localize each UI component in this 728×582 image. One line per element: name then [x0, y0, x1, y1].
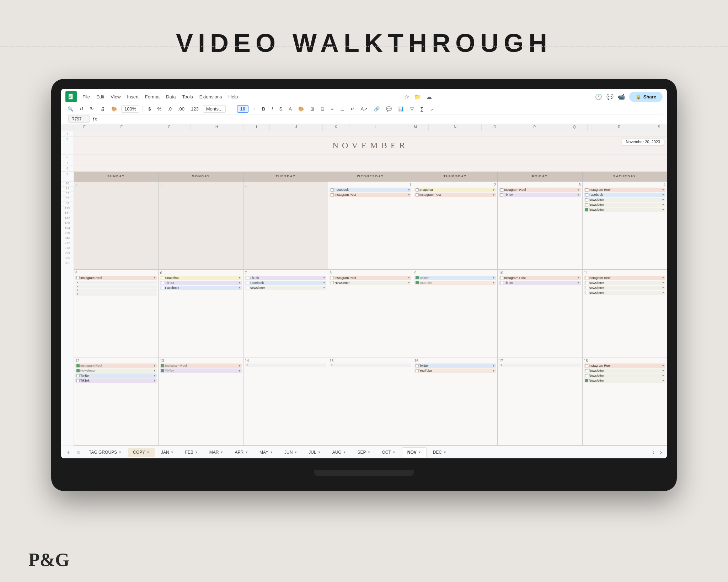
- dd-14[interactable]: ▼: [246, 364, 248, 366]
- plus-btn-sun[interactable]: +: [75, 183, 77, 187]
- dd-9a[interactable]: ▼: [492, 276, 495, 279]
- menu-format[interactable]: Format: [142, 93, 162, 101]
- dd-17[interactable]: ▼: [500, 364, 503, 366]
- merge-icon[interactable]: ⊟: [318, 105, 327, 113]
- menu-insert[interactable]: Insert: [124, 93, 141, 101]
- dd-4b[interactable]: ▼: [662, 194, 664, 196]
- menu-view[interactable]: View: [108, 93, 123, 101]
- tab-apr[interactable]: APR▼: [230, 448, 253, 457]
- number-format[interactable]: 123: [189, 105, 201, 113]
- undo-icon[interactable]: ↺: [77, 105, 86, 113]
- menu-extensions[interactable]: Extensions: [197, 93, 225, 101]
- cb-tiktok-10[interactable]: [500, 281, 503, 284]
- cb-igpost-10[interactable]: [500, 276, 503, 279]
- dd-1b[interactable]: ▼: [408, 194, 410, 196]
- cb-snapchat-6[interactable]: [161, 276, 164, 279]
- dd-4d[interactable]: ▼: [662, 204, 664, 206]
- cb-tiktok-12[interactable]: [76, 379, 80, 382]
- cb-tiktok-7[interactable]: [246, 276, 249, 279]
- dd-8a[interactable]: ▼: [408, 276, 410, 279]
- font-select[interactable]: Monts...: [203, 105, 226, 113]
- cb-news-11c[interactable]: [585, 291, 588, 294]
- dd-2a[interactable]: ▼: [492, 189, 495, 191]
- dd-8b[interactable]: ▼: [408, 281, 410, 284]
- cb-facebook-4[interactable]: [585, 193, 588, 196]
- cb-youtube-16[interactable]: [416, 369, 419, 372]
- cb-news-8[interactable]: [331, 281, 334, 284]
- cb-igpost-1[interactable]: [331, 193, 334, 196]
- sheet-list-icon[interactable]: ≡: [74, 448, 82, 457]
- cb-igreel-18[interactable]: [585, 364, 588, 367]
- dd-11c[interactable]: ▼: [662, 286, 664, 289]
- dd-10a[interactable]: ▼: [577, 276, 580, 279]
- cb-tiktok-3[interactable]: [500, 193, 503, 196]
- percent-icon[interactable]: %: [155, 105, 164, 113]
- dd-7a[interactable]: ▼: [323, 276, 325, 279]
- tab-oct[interactable]: OCT▼: [377, 448, 401, 457]
- font-size-input[interactable]: 10: [237, 105, 248, 113]
- dd-12d[interactable]: ▼: [153, 379, 156, 382]
- dd-4a[interactable]: ▼: [662, 189, 664, 191]
- link-icon[interactable]: 🔗: [372, 105, 382, 113]
- cb-igreel-4[interactable]: [585, 188, 588, 192]
- dd-15[interactable]: ▼: [331, 364, 333, 366]
- cb-igpost-2[interactable]: [416, 193, 419, 196]
- history-icon[interactable]: 🕐: [595, 93, 602, 100]
- dd-11d[interactable]: ▼: [662, 291, 664, 294]
- strikethrough-icon[interactable]: S: [277, 105, 285, 113]
- tab-may[interactable]: MAY▼: [255, 448, 278, 457]
- cb-twitter-9[interactable]: [416, 276, 419, 279]
- cb-snapchat-2[interactable]: [416, 188, 419, 192]
- fill-color-icon[interactable]: 🎨: [296, 105, 306, 113]
- cb-igreel-13[interactable]: [161, 364, 164, 367]
- dd-5a[interactable]: ▼: [153, 276, 156, 279]
- video-call-icon[interactable]: 📹: [618, 93, 625, 100]
- tab-copy[interactable]: COPY ▼: [128, 448, 155, 457]
- borders-icon[interactable]: ⊞: [308, 105, 316, 113]
- dd-12a[interactable]: ▼: [153, 365, 156, 367]
- dd-3a[interactable]: ▼: [577, 189, 580, 191]
- increase-decimal[interactable]: .00: [176, 105, 187, 113]
- dd-2b[interactable]: ▼: [492, 194, 495, 196]
- dd-12b[interactable]: ▼: [153, 370, 156, 372]
- italic-icon[interactable]: I: [269, 105, 275, 113]
- dd-9b[interactable]: ▼: [492, 281, 495, 284]
- cb-news-7[interactable]: [246, 286, 249, 289]
- paint-icon[interactable]: 🎨: [109, 105, 119, 113]
- cb-news-4a[interactable]: [585, 198, 588, 201]
- tab-jan[interactable]: JAN▼: [156, 448, 179, 457]
- search-icon[interactable]: 🔍: [65, 105, 75, 113]
- comments-icon[interactable]: 💬: [606, 93, 614, 100]
- functions-icon[interactable]: ∑: [418, 105, 425, 113]
- cb-twitter-12[interactable]: [76, 374, 80, 377]
- dd-10b[interactable]: ▼: [577, 281, 580, 284]
- cb-facebook-1[interactable]: [331, 188, 334, 192]
- expand-icon[interactable]: ⌄: [428, 105, 436, 113]
- redo-icon[interactable]: ↻: [88, 105, 96, 113]
- tab-jul[interactable]: JUL▼: [304, 448, 326, 457]
- dd-7c[interactable]: ▼: [323, 286, 325, 289]
- folder-icon[interactable]: 📁: [414, 93, 421, 100]
- font-increase[interactable]: +: [251, 105, 258, 113]
- comment-icon[interactable]: 💬: [384, 105, 394, 113]
- cb-igpost-8[interactable]: [331, 276, 334, 279]
- tab-jun[interactable]: JUN▼: [279, 448, 302, 457]
- cb-news-18c[interactable]: [585, 379, 588, 382]
- cb-tiktok-13[interactable]: [161, 369, 164, 372]
- cloud-icon[interactable]: ☁: [426, 93, 432, 100]
- cb-news-4b[interactable]: [585, 203, 588, 206]
- star-icon[interactable]: ☆: [404, 93, 409, 100]
- dd-18a[interactable]: ▼: [662, 365, 664, 367]
- dd-11b[interactable]: ▼: [662, 281, 664, 284]
- cb-youtube-9[interactable]: [416, 281, 419, 284]
- dd-13a[interactable]: ▼: [238, 365, 241, 367]
- menu-data[interactable]: Data: [163, 93, 178, 101]
- decrease-decimal[interactable]: .0: [166, 105, 174, 113]
- menu-file[interactable]: File: [80, 93, 93, 101]
- tab-prev-button[interactable]: ‹: [650, 449, 656, 456]
- cb-news-18b[interactable]: [585, 374, 588, 377]
- wrap-icon[interactable]: ↵: [348, 105, 357, 113]
- bold-icon[interactable]: B: [260, 105, 267, 113]
- text-rotation-icon[interactable]: A↗: [359, 105, 370, 113]
- menu-edit[interactable]: Edit: [93, 93, 107, 101]
